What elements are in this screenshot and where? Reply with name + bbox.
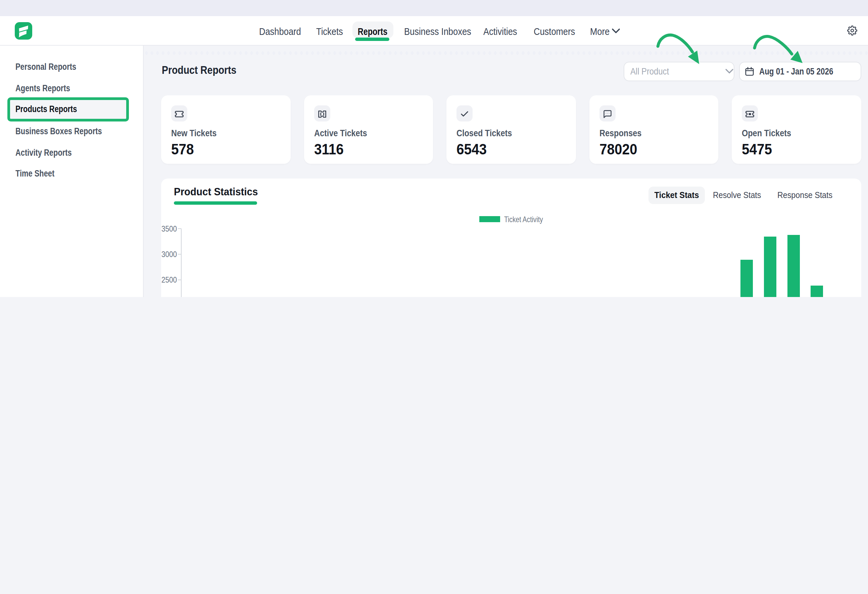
svg-text:3000: 3000 [161, 250, 177, 259]
svg-text:3500: 3500 [161, 224, 177, 233]
svg-text:2500: 2500 [161, 276, 177, 284]
